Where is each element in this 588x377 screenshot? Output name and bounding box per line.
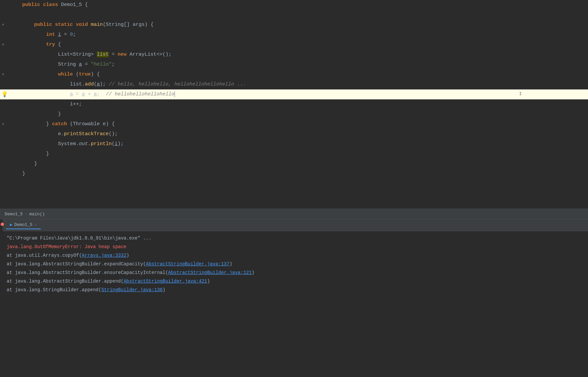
console-area: ▶ Demo1_5 ✕ "C:\Program Files\Java\jdk1.… (0, 219, 588, 377)
console-line: at java.lang.AbstractStringBuilder.ensur… (7, 268, 584, 277)
fold-icon[interactable]: ▼ (2, 23, 4, 27)
code-line: } (0, 109, 588, 119)
close-icon[interactable]: ✕ (34, 222, 37, 227)
breadcrumb: Demo1_5 › main() (0, 209, 588, 219)
code-line: ▼ try { (0, 40, 588, 50)
code-text: } (18, 109, 588, 119)
cursor-position: I (519, 91, 522, 96)
stack-link[interactable]: AbstractStringBuilder.java:137 (146, 261, 229, 267)
stack-link[interactable]: AbstractStringBuilder.java:121 (168, 270, 252, 275)
code-text: list.add(a); // hello, hellohello, hello… (18, 80, 588, 89)
code-text: while (true) { (18, 70, 588, 80)
code-text: public class Demo1_5 { (18, 0, 588, 10)
breadcrumb-class: Demo1_5 (5, 212, 23, 217)
code-text: int i = 0; (18, 30, 588, 40)
console-tab-bar: ▶ Demo1_5 ✕ (0, 219, 588, 231)
stack-link[interactable]: StringBuilder.java:136 (101, 287, 163, 293)
console-tab-demo1_5[interactable]: ▶ Demo1_5 ✕ (6, 221, 41, 229)
code-line: } (0, 159, 588, 169)
console-output: "C:\Program Files\Java\jdk1.8.0_91\bin\j… (0, 231, 588, 297)
code-line: } (0, 149, 588, 159)
code-line: } (0, 169, 588, 179)
stack-method: at java.lang.StringBuilder.append(String… (7, 287, 165, 293)
code-text: } (18, 159, 588, 169)
code-line: list.add(a); // hello, hellohello, hello… (0, 80, 588, 89)
code-container: public class Demo1_5 {▼ public static vo… (0, 0, 588, 179)
code-text: System.out.println(i); (18, 139, 588, 149)
console-tab-label: Demo1_5 (14, 222, 32, 227)
code-text: i++; (18, 99, 588, 109)
stack-method: at java.lang.AbstractStringBuilder.appen… (7, 279, 210, 284)
console-left-bar (0, 219, 3, 377)
stack-link[interactable]: AbstractStringBuilder.java:421 (124, 279, 207, 284)
console-line: "C:\Program Files\Java\jdk1.8.0_91\bin\j… (7, 234, 584, 242)
code-text: try { (18, 40, 588, 50)
code-text: } (18, 169, 588, 179)
console-line: at java.lang.AbstractStringBuilder.expan… (7, 260, 584, 268)
code-line: int i = 0; (0, 30, 588, 40)
code-line: System.out.println(i); (0, 139, 588, 149)
code-text: e.printStackTrace(); (18, 129, 588, 139)
console-line: at java.lang.StringBuilder.append(String… (7, 286, 584, 294)
code-text: a = a + a; // hellohellohellohello (18, 89, 588, 99)
fold-icon[interactable]: ▼ (2, 73, 4, 77)
code-text: String a = "hello"; (18, 60, 588, 70)
run-indicator (1, 223, 4, 226)
code-line: List<String> list = new ArrayList<>(); (0, 50, 588, 60)
lightbulb-icon[interactable]: 💡 (1, 91, 8, 98)
breadcrumb-method: main() (29, 212, 45, 217)
code-line: ▼ public static void main(String[] args)… (0, 20, 588, 30)
stack-method: at java.lang.AbstractStringBuilder.ensur… (7, 270, 255, 275)
code-line: ▼ } catch (Throwable e) { (0, 119, 588, 129)
code-text: List<String> list = new ArrayList<>(); (18, 50, 588, 60)
stack-method: at java.util.Arrays.copyOf(Arrays.java:3… (7, 253, 129, 258)
console-line: java.lang.OutOfMemoryError: Java heap sp… (7, 242, 584, 251)
text-cursor (174, 91, 175, 97)
code-line: String a = "hello"; (0, 60, 588, 70)
fold-icon[interactable]: ▼ (2, 43, 4, 47)
stack-link[interactable]: Arrays.java:3332 (82, 253, 126, 258)
fold-icon[interactable]: ▼ (2, 122, 4, 126)
code-line: ▼ while (true) { (0, 70, 588, 80)
ide-window: public class Demo1_5 {▼ public static vo… (0, 0, 588, 377)
code-text: } (18, 149, 588, 159)
console-line: at java.lang.AbstractStringBuilder.appen… (7, 277, 584, 286)
code-line: 💡I a = a + a; // hellohellohellohello (0, 89, 588, 99)
breadcrumb-sep: › (25, 212, 28, 217)
exec-path: "C:\Program Files\Java\jdk1.8.0_91\bin\j… (7, 236, 151, 241)
code-line: e.printStackTrace(); (0, 129, 588, 139)
stack-method: at java.lang.AbstractStringBuilder.expan… (7, 261, 232, 267)
code-line: i++; (0, 99, 588, 109)
code-line: public class Demo1_5 { (0, 0, 588, 10)
code-text: } catch (Throwable e) { (18, 119, 588, 129)
code-line (0, 10, 588, 20)
editor-area: public class Demo1_5 {▼ public static vo… (0, 0, 588, 209)
error-text: java.lang.OutOfMemoryError: Java heap sp… (7, 244, 126, 249)
code-text: public static void main(String[] args) { (18, 20, 588, 30)
console-line: at java.util.Arrays.copyOf(Arrays.java:3… (7, 251, 584, 260)
run-icon: ▶ (10, 222, 12, 227)
